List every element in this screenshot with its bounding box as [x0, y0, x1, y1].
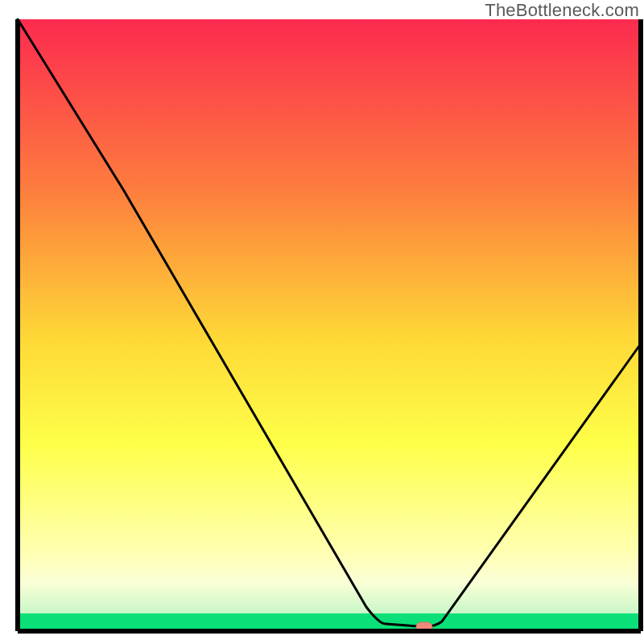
heat-gradient-body	[18, 19, 641, 551]
attribution-label: TheBottleneck.com	[485, 0, 639, 21]
bottleneck-chart: TheBottleneck.com	[0, 0, 644, 644]
light-band	[18, 551, 641, 613]
chart-svg	[0, 0, 644, 644]
green-band	[18, 613, 641, 631]
